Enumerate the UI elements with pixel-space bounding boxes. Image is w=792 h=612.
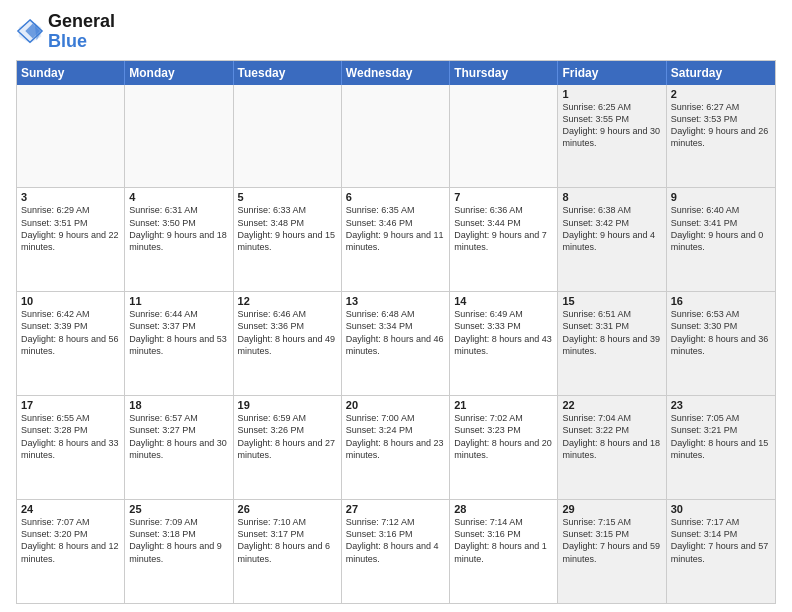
header-day-wednesday: Wednesday <box>342 61 450 85</box>
calendar-cell-2: 2Sunrise: 6:27 AM Sunset: 3:53 PM Daylig… <box>667 85 775 188</box>
calendar-cell-7: 7Sunrise: 6:36 AM Sunset: 3:44 PM Daylig… <box>450 188 558 291</box>
cell-info: Sunrise: 7:10 AM Sunset: 3:17 PM Dayligh… <box>238 516 337 565</box>
calendar-cell-15: 15Sunrise: 6:51 AM Sunset: 3:31 PM Dayli… <box>558 292 666 395</box>
calendar-row-0: 1Sunrise: 6:25 AM Sunset: 3:55 PM Daylig… <box>17 85 775 189</box>
calendar-body: 1Sunrise: 6:25 AM Sunset: 3:55 PM Daylig… <box>17 85 775 603</box>
calendar-row-1: 3Sunrise: 6:29 AM Sunset: 3:51 PM Daylig… <box>17 188 775 292</box>
day-number: 15 <box>562 295 661 307</box>
calendar-cell-11: 11Sunrise: 6:44 AM Sunset: 3:37 PM Dayli… <box>125 292 233 395</box>
day-number: 18 <box>129 399 228 411</box>
cell-info: Sunrise: 6:46 AM Sunset: 3:36 PM Dayligh… <box>238 308 337 357</box>
calendar-row-2: 10Sunrise: 6:42 AM Sunset: 3:39 PM Dayli… <box>17 292 775 396</box>
calendar-cell-19: 19Sunrise: 6:59 AM Sunset: 3:26 PM Dayli… <box>234 396 342 499</box>
page: General Blue SundayMondayTuesdayWednesda… <box>0 0 792 612</box>
cell-info: Sunrise: 6:40 AM Sunset: 3:41 PM Dayligh… <box>671 204 771 253</box>
calendar-cell-23: 23Sunrise: 7:05 AM Sunset: 3:21 PM Dayli… <box>667 396 775 499</box>
cell-info: Sunrise: 6:27 AM Sunset: 3:53 PM Dayligh… <box>671 101 771 150</box>
day-number: 5 <box>238 191 337 203</box>
calendar-cell-25: 25Sunrise: 7:09 AM Sunset: 3:18 PM Dayli… <box>125 500 233 603</box>
calendar-cell-12: 12Sunrise: 6:46 AM Sunset: 3:36 PM Dayli… <box>234 292 342 395</box>
cell-info: Sunrise: 6:29 AM Sunset: 3:51 PM Dayligh… <box>21 204 120 253</box>
calendar-cell-empty-0-2 <box>234 85 342 188</box>
day-number: 12 <box>238 295 337 307</box>
cell-info: Sunrise: 7:15 AM Sunset: 3:15 PM Dayligh… <box>562 516 661 565</box>
calendar: SundayMondayTuesdayWednesdayThursdayFrid… <box>16 60 776 604</box>
header-day-saturday: Saturday <box>667 61 775 85</box>
calendar-cell-4: 4Sunrise: 6:31 AM Sunset: 3:50 PM Daylig… <box>125 188 233 291</box>
day-number: 13 <box>346 295 445 307</box>
cell-info: Sunrise: 7:02 AM Sunset: 3:23 PM Dayligh… <box>454 412 553 461</box>
calendar-cell-21: 21Sunrise: 7:02 AM Sunset: 3:23 PM Dayli… <box>450 396 558 499</box>
calendar-row-3: 17Sunrise: 6:55 AM Sunset: 3:28 PM Dayli… <box>17 396 775 500</box>
day-number: 25 <box>129 503 228 515</box>
day-number: 16 <box>671 295 771 307</box>
cell-info: Sunrise: 7:14 AM Sunset: 3:16 PM Dayligh… <box>454 516 553 565</box>
header: General Blue <box>16 12 776 52</box>
cell-info: Sunrise: 6:49 AM Sunset: 3:33 PM Dayligh… <box>454 308 553 357</box>
cell-info: Sunrise: 6:42 AM Sunset: 3:39 PM Dayligh… <box>21 308 120 357</box>
cell-info: Sunrise: 6:38 AM Sunset: 3:42 PM Dayligh… <box>562 204 661 253</box>
day-number: 24 <box>21 503 120 515</box>
cell-info: Sunrise: 6:48 AM Sunset: 3:34 PM Dayligh… <box>346 308 445 357</box>
calendar-cell-14: 14Sunrise: 6:49 AM Sunset: 3:33 PM Dayli… <box>450 292 558 395</box>
calendar-cell-8: 8Sunrise: 6:38 AM Sunset: 3:42 PM Daylig… <box>558 188 666 291</box>
calendar-cell-22: 22Sunrise: 7:04 AM Sunset: 3:22 PM Dayli… <box>558 396 666 499</box>
day-number: 17 <box>21 399 120 411</box>
calendar-cell-9: 9Sunrise: 6:40 AM Sunset: 3:41 PM Daylig… <box>667 188 775 291</box>
day-number: 20 <box>346 399 445 411</box>
day-number: 10 <box>21 295 120 307</box>
cell-info: Sunrise: 7:07 AM Sunset: 3:20 PM Dayligh… <box>21 516 120 565</box>
cell-info: Sunrise: 6:59 AM Sunset: 3:26 PM Dayligh… <box>238 412 337 461</box>
logo-text: General Blue <box>48 12 115 52</box>
day-number: 29 <box>562 503 661 515</box>
cell-info: Sunrise: 6:57 AM Sunset: 3:27 PM Dayligh… <box>129 412 228 461</box>
calendar-cell-26: 26Sunrise: 7:10 AM Sunset: 3:17 PM Dayli… <box>234 500 342 603</box>
calendar-cell-empty-0-1 <box>125 85 233 188</box>
cell-info: Sunrise: 7:17 AM Sunset: 3:14 PM Dayligh… <box>671 516 771 565</box>
header-day-monday: Monday <box>125 61 233 85</box>
day-number: 21 <box>454 399 553 411</box>
calendar-cell-16: 16Sunrise: 6:53 AM Sunset: 3:30 PM Dayli… <box>667 292 775 395</box>
day-number: 3 <box>21 191 120 203</box>
header-day-tuesday: Tuesday <box>234 61 342 85</box>
cell-info: Sunrise: 7:09 AM Sunset: 3:18 PM Dayligh… <box>129 516 228 565</box>
calendar-cell-5: 5Sunrise: 6:33 AM Sunset: 3:48 PM Daylig… <box>234 188 342 291</box>
day-number: 1 <box>562 88 661 100</box>
calendar-cell-24: 24Sunrise: 7:07 AM Sunset: 3:20 PM Dayli… <box>17 500 125 603</box>
calendar-cell-17: 17Sunrise: 6:55 AM Sunset: 3:28 PM Dayli… <box>17 396 125 499</box>
day-number: 23 <box>671 399 771 411</box>
calendar-row-4: 24Sunrise: 7:07 AM Sunset: 3:20 PM Dayli… <box>17 500 775 603</box>
calendar-cell-30: 30Sunrise: 7:17 AM Sunset: 3:14 PM Dayli… <box>667 500 775 603</box>
cell-info: Sunrise: 7:12 AM Sunset: 3:16 PM Dayligh… <box>346 516 445 565</box>
day-number: 26 <box>238 503 337 515</box>
cell-info: Sunrise: 7:04 AM Sunset: 3:22 PM Dayligh… <box>562 412 661 461</box>
calendar-cell-27: 27Sunrise: 7:12 AM Sunset: 3:16 PM Dayli… <box>342 500 450 603</box>
day-number: 28 <box>454 503 553 515</box>
calendar-cell-28: 28Sunrise: 7:14 AM Sunset: 3:16 PM Dayli… <box>450 500 558 603</box>
day-number: 9 <box>671 191 771 203</box>
calendar-cell-empty-0-0 <box>17 85 125 188</box>
cell-info: Sunrise: 6:53 AM Sunset: 3:30 PM Dayligh… <box>671 308 771 357</box>
cell-info: Sunrise: 7:05 AM Sunset: 3:21 PM Dayligh… <box>671 412 771 461</box>
calendar-cell-13: 13Sunrise: 6:48 AM Sunset: 3:34 PM Dayli… <box>342 292 450 395</box>
day-number: 30 <box>671 503 771 515</box>
calendar-cell-6: 6Sunrise: 6:35 AM Sunset: 3:46 PM Daylig… <box>342 188 450 291</box>
day-number: 2 <box>671 88 771 100</box>
day-number: 14 <box>454 295 553 307</box>
header-day-thursday: Thursday <box>450 61 558 85</box>
day-number: 27 <box>346 503 445 515</box>
day-number: 22 <box>562 399 661 411</box>
day-number: 6 <box>346 191 445 203</box>
calendar-cell-3: 3Sunrise: 6:29 AM Sunset: 3:51 PM Daylig… <box>17 188 125 291</box>
logo: General Blue <box>16 12 115 52</box>
day-number: 11 <box>129 295 228 307</box>
cell-info: Sunrise: 6:55 AM Sunset: 3:28 PM Dayligh… <box>21 412 120 461</box>
header-day-sunday: Sunday <box>17 61 125 85</box>
cell-info: Sunrise: 6:36 AM Sunset: 3:44 PM Dayligh… <box>454 204 553 253</box>
calendar-cell-empty-0-3 <box>342 85 450 188</box>
cell-info: Sunrise: 6:51 AM Sunset: 3:31 PM Dayligh… <box>562 308 661 357</box>
cell-info: Sunrise: 6:33 AM Sunset: 3:48 PM Dayligh… <box>238 204 337 253</box>
cell-info: Sunrise: 6:25 AM Sunset: 3:55 PM Dayligh… <box>562 101 661 150</box>
logo-icon <box>16 18 44 46</box>
calendar-cell-10: 10Sunrise: 6:42 AM Sunset: 3:39 PM Dayli… <box>17 292 125 395</box>
